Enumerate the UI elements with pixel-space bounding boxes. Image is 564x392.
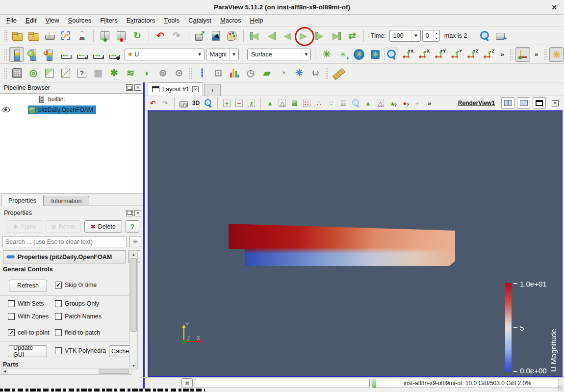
spinbox-arrows[interactable]: ▲▼ [433,30,439,41]
set-view-plus-z-button[interactable]: +Z [465,47,480,62]
menu-help[interactable]: Help [246,15,268,26]
extract-selection-button[interactable]: ⊡ [211,66,226,80]
dock-float-button[interactable] [126,210,133,216]
light-kit-toggle[interactable]: ☀ [549,47,564,62]
glyph-filter-button[interactable]: ✱ [107,66,122,80]
edit-colormap-button[interactable] [26,47,40,62]
vertical-scrollbar[interactable]: ▲ ▼ [129,250,138,369]
color-legend[interactable]: 1.0e+01 5 0.0e+00 U Magnitude [505,282,562,375]
query-points-button[interactable]: ●? [399,98,410,109]
pitzdaily-surface[interactable] [229,223,455,266]
split-vertical-button[interactable] [517,97,530,109]
render-overflow-button[interactable]: » [424,98,435,109]
next-frame-button[interactable]: ▶ [312,28,327,43]
menu-extractors[interactable]: Extractors [122,15,160,26]
plot-data-over-time-button[interactable]: ▰ [259,66,274,80]
undo-button[interactable]: ↶ [153,28,168,43]
apply-button[interactable]: ✱Apply [7,220,42,233]
zoom-to-data-button[interactable]: ✳● [335,47,350,62]
select-cells-on-button[interactable]: + [221,98,232,109]
visibility-eye-icon[interactable] [2,107,10,112]
patch-names-row[interactable]: Patch Names [55,313,102,320]
warp-by-vector-button[interactable]: ◗ [139,66,154,80]
server-run-button[interactable]: ↗ [192,28,207,43]
extract-subset-button[interactable]: ▦ [91,66,105,80]
rescale-data-range-button[interactable]: ↔ [58,47,73,62]
programmable-filter-button[interactable]: {...} [308,66,323,80]
menu-file[interactable]: File [2,15,21,26]
loop-toggle[interactable]: ⇄ [345,28,359,43]
add-selection-button[interactable]: + [411,98,423,109]
pipeline-source-row[interactable]: pitzDaily.OpenFOAM [0,105,143,115]
set-view-plus-x-button[interactable]: +X [400,47,415,62]
interactive-select-cells-button[interactable] [289,98,300,109]
set-view-minus-z-button[interactable]: -Z [481,47,496,62]
hover-cells-button[interactable] [338,98,349,109]
cell-to-point-row[interactable]: ✓ cell-to-point [8,329,50,336]
render-view-name[interactable]: RenderView1 [458,100,495,106]
pipeline-server-row[interactable]: builtin: [0,94,143,105]
cache-button[interactable]: Cache v [109,345,131,357]
tab-information[interactable]: Information [44,196,89,206]
play-button[interactable]: ▶ [296,28,311,43]
auto-apply-toggle[interactable] [208,28,223,43]
update-gui-button[interactable]: Update GUI [8,345,47,357]
open-button[interactable]: ↑ [10,28,25,43]
zoom-closest-to-data-button[interactable]: ✳ [368,47,383,62]
with-zones-checkbox[interactable] [8,313,15,320]
threshold-filter-button[interactable]: ? [75,66,89,80]
histogram-button[interactable] [227,66,242,80]
query-cells-button[interactable]: ▲? [387,98,398,109]
orientation-axes-toggle[interactable] [515,47,530,62]
rescale-custom-range-button[interactable]: ↔c [74,47,89,62]
dock-close-button[interactable]: ✕ [134,84,141,91]
scrollbar-thumb[interactable] [130,258,137,332]
cell-to-point-checkbox[interactable]: ✓ [8,329,15,336]
color-palette-button[interactable] [225,28,239,43]
tab-properties[interactable]: Properties [1,195,44,206]
export-scene-button[interactable]: ↗ [58,28,73,43]
help-button[interactable]: ? [126,220,139,233]
zoom-to-box-button[interactable] [384,47,399,62]
colormap-toggle[interactable] [9,47,24,62]
close-view-button[interactable]: ✕ [548,97,562,109]
slice-filter-button[interactable] [58,66,73,80]
select-cells-modify-button[interactable]: ± [246,98,257,109]
select-points-polygon-button[interactable]: △ [277,98,288,109]
vtk-polyhedra-row[interactable]: VTK Polyhedra [55,347,106,354]
select-points-interactively-button[interactable]: △ [375,98,386,109]
menu-catalyst[interactable]: Catalyst [184,15,216,26]
redo-button[interactable]: ↷ [169,28,184,43]
field-to-patch-row[interactable]: field-to-patch [55,329,100,336]
groups-only-row[interactable]: Groups Only [55,300,99,307]
catalyst-state-button[interactable] [75,28,89,43]
field-to-patch-checkbox[interactable] [55,329,62,336]
set-view-minus-y-button[interactable]: -Y [449,47,463,62]
window-close-button[interactable]: ✕ [549,3,559,12]
save-data-button[interactable]: ↓ [42,28,57,43]
skip-time-checkbox[interactable]: ✓ [55,282,62,288]
resize-grip[interactable] [557,385,563,391]
zoom-magnifier-button[interactable] [477,28,492,43]
interactive-select-points-button[interactable]: ∴ [313,98,325,109]
menu-filters[interactable]: Filters [96,15,122,26]
refresh-button[interactable]: Refresh [9,280,47,291]
rescale-visible-range-button[interactable]: ↔◉ [106,47,121,62]
frame-index-spinbox[interactable]: 0 ▲▼ [422,30,440,42]
load-state-button[interactable]: ↓ [26,28,41,43]
reset-camera-closest-button[interactable]: ✳ [352,47,366,62]
delete-button[interactable]: ✖Delete [84,220,123,233]
representation-combobox[interactable]: Surface ▼ [247,49,311,60]
extract-block-button[interactable]: ⊙ [172,66,186,80]
vector-component-combobox[interactable]: Magnitude ▼ [206,49,239,60]
toggle-2d3d-button[interactable]: 3D [190,98,202,109]
camera-overflow-button[interactable]: » [497,47,507,62]
measure-button[interactable] [331,66,346,80]
server-connect-button[interactable] [98,28,112,43]
patch-names-checkbox[interactable] [55,313,62,320]
axes-overflow-button[interactable]: » [532,47,541,62]
reset-camera-button[interactable]: ✳ [319,47,334,62]
with-sets-checkbox[interactable] [8,300,15,307]
clip-filter-button[interactable] [42,66,57,80]
select-points-on-button[interactable]: − [233,98,245,109]
